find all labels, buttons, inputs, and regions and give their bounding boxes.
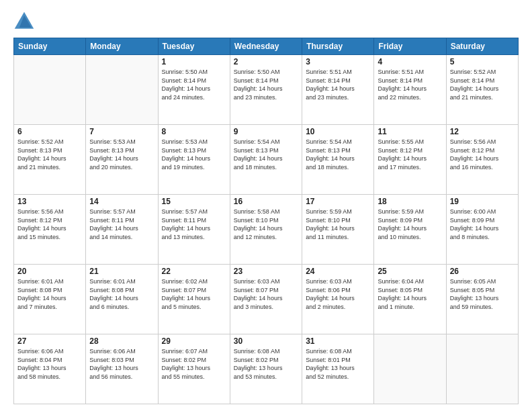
day-info: Sunrise: 6:07 AM Sunset: 8:02 PM Dayligh…	[162, 347, 226, 381]
day-number: 16	[234, 197, 298, 206]
day-info: Sunrise: 6:08 AM Sunset: 8:02 PM Dayligh…	[234, 347, 298, 381]
day-number: 19	[450, 197, 515, 206]
calendar-cell	[446, 334, 518, 404]
day-info: Sunrise: 5:52 AM Sunset: 8:13 PM Dayligh…	[17, 138, 82, 171]
calendar-cell: 28Sunrise: 6:06 AM Sunset: 8:03 PM Dayli…	[86, 334, 158, 404]
day-number: 31	[306, 336, 370, 346]
calendar-cell: 30Sunrise: 6:08 AM Sunset: 8:02 PM Dayli…	[230, 334, 302, 404]
day-number: 2	[234, 57, 298, 66]
calendar-cell: 25Sunrise: 6:04 AM Sunset: 8:05 PM Dayli…	[374, 265, 446, 334]
weekday-header-sunday: Sunday	[14, 38, 86, 55]
calendar-cell: 31Sunrise: 6:08 AM Sunset: 8:01 PM Dayli…	[302, 334, 374, 404]
weekday-header-wednesday: Wednesday	[230, 38, 302, 55]
calendar-cell: 2Sunrise: 5:50 AM Sunset: 8:14 PM Daylig…	[230, 55, 302, 125]
calendar-cell: 6Sunrise: 5:52 AM Sunset: 8:13 PM Daylig…	[14, 125, 86, 195]
day-info: Sunrise: 5:50 AM Sunset: 8:14 PM Dayligh…	[162, 68, 226, 101]
day-number: 27	[17, 336, 82, 346]
day-number: 17	[306, 197, 370, 206]
calendar-cell: 12Sunrise: 5:56 AM Sunset: 8:12 PM Dayli…	[446, 125, 518, 195]
calendar-cell	[374, 334, 446, 404]
day-info: Sunrise: 6:01 AM Sunset: 8:08 PM Dayligh…	[17, 277, 82, 311]
day-number: 30	[234, 336, 298, 346]
calendar-cell: 27Sunrise: 6:06 AM Sunset: 8:04 PM Dayli…	[14, 334, 86, 404]
day-info: Sunrise: 5:56 AM Sunset: 8:12 PM Dayligh…	[17, 208, 82, 241]
day-number: 29	[162, 336, 226, 346]
day-info: Sunrise: 5:59 AM Sunset: 8:10 PM Dayligh…	[306, 208, 370, 241]
day-number: 5	[450, 57, 515, 66]
calendar-cell: 22Sunrise: 6:02 AM Sunset: 8:07 PM Dayli…	[158, 265, 230, 334]
day-info: Sunrise: 5:52 AM Sunset: 8:14 PM Dayligh…	[450, 68, 515, 101]
day-info: Sunrise: 6:02 AM Sunset: 8:07 PM Dayligh…	[162, 277, 226, 311]
day-info: Sunrise: 6:03 AM Sunset: 8:07 PM Dayligh…	[234, 277, 298, 311]
day-info: Sunrise: 5:54 AM Sunset: 8:13 PM Dayligh…	[306, 138, 370, 171]
logo-icon	[13, 11, 35, 32]
calendar-cell: 5Sunrise: 5:52 AM Sunset: 8:14 PM Daylig…	[446, 55, 518, 125]
calendar-cell: 21Sunrise: 6:01 AM Sunset: 8:08 PM Dayli…	[86, 265, 158, 334]
day-info: Sunrise: 5:53 AM Sunset: 8:13 PM Dayligh…	[162, 138, 226, 171]
day-info: Sunrise: 5:50 AM Sunset: 8:14 PM Dayligh…	[234, 68, 298, 101]
weekday-header-saturday: Saturday	[446, 38, 518, 55]
day-number: 4	[378, 57, 442, 66]
week-row-2: 6Sunrise: 5:52 AM Sunset: 8:13 PM Daylig…	[14, 125, 519, 195]
day-number: 11	[378, 127, 442, 136]
calendar-cell: 11Sunrise: 5:55 AM Sunset: 8:12 PM Dayli…	[374, 125, 446, 195]
day-info: Sunrise: 5:51 AM Sunset: 8:14 PM Dayligh…	[378, 68, 442, 101]
calendar-cell: 7Sunrise: 5:53 AM Sunset: 8:13 PM Daylig…	[86, 125, 158, 195]
calendar-cell: 1Sunrise: 5:50 AM Sunset: 8:14 PM Daylig…	[158, 55, 230, 125]
page: SundayMondayTuesdayWednesdayThursdayFrid…	[0, 0, 532, 411]
day-number: 20	[17, 267, 82, 276]
weekday-header-friday: Friday	[374, 38, 446, 55]
calendar-cell: 9Sunrise: 5:54 AM Sunset: 8:13 PM Daylig…	[230, 125, 302, 195]
day-number: 10	[306, 127, 370, 136]
calendar-table: SundayMondayTuesdayWednesdayThursdayFrid…	[13, 38, 519, 404]
header	[13, 11, 519, 32]
day-info: Sunrise: 6:03 AM Sunset: 8:06 PM Dayligh…	[306, 277, 370, 311]
day-number: 13	[17, 197, 82, 206]
day-info: Sunrise: 5:53 AM Sunset: 8:13 PM Dayligh…	[89, 138, 154, 171]
calendar-cell: 18Sunrise: 5:59 AM Sunset: 8:09 PM Dayli…	[374, 195, 446, 265]
calendar-cell	[86, 55, 158, 125]
weekday-header-tuesday: Tuesday	[158, 38, 230, 55]
day-info: Sunrise: 5:57 AM Sunset: 8:11 PM Dayligh…	[162, 208, 226, 241]
calendar-cell	[14, 55, 86, 125]
day-number: 6	[17, 127, 82, 136]
week-row-4: 20Sunrise: 6:01 AM Sunset: 8:08 PM Dayli…	[14, 265, 519, 334]
day-number: 12	[450, 127, 515, 136]
calendar-cell: 19Sunrise: 6:00 AM Sunset: 8:09 PM Dayli…	[446, 195, 518, 265]
week-row-1: 1Sunrise: 5:50 AM Sunset: 8:14 PM Daylig…	[14, 55, 519, 125]
calendar-cell: 16Sunrise: 5:58 AM Sunset: 8:10 PM Dayli…	[230, 195, 302, 265]
day-number: 9	[234, 127, 298, 136]
calendar-cell: 29Sunrise: 6:07 AM Sunset: 8:02 PM Dayli…	[158, 334, 230, 404]
calendar-cell: 4Sunrise: 5:51 AM Sunset: 8:14 PM Daylig…	[374, 55, 446, 125]
weekday-header-thursday: Thursday	[302, 38, 374, 55]
day-number: 24	[306, 267, 370, 276]
day-number: 3	[306, 57, 370, 66]
day-number: 1	[162, 57, 226, 66]
day-info: Sunrise: 6:04 AM Sunset: 8:05 PM Dayligh…	[378, 277, 442, 311]
day-info: Sunrise: 5:56 AM Sunset: 8:12 PM Dayligh…	[450, 138, 515, 171]
day-info: Sunrise: 5:51 AM Sunset: 8:14 PM Dayligh…	[306, 68, 370, 101]
day-info: Sunrise: 6:00 AM Sunset: 8:09 PM Dayligh…	[450, 208, 515, 241]
weekday-header-row: SundayMondayTuesdayWednesdayThursdayFrid…	[14, 38, 519, 55]
calendar-cell: 10Sunrise: 5:54 AM Sunset: 8:13 PM Dayli…	[302, 125, 374, 195]
day-number: 22	[162, 267, 226, 276]
day-info: Sunrise: 6:06 AM Sunset: 8:04 PM Dayligh…	[17, 347, 82, 381]
day-info: Sunrise: 5:59 AM Sunset: 8:09 PM Dayligh…	[378, 208, 442, 241]
day-info: Sunrise: 5:58 AM Sunset: 8:10 PM Dayligh…	[234, 208, 298, 241]
calendar-cell: 26Sunrise: 6:05 AM Sunset: 8:05 PM Dayli…	[446, 265, 518, 334]
day-info: Sunrise: 5:54 AM Sunset: 8:13 PM Dayligh…	[234, 138, 298, 171]
day-info: Sunrise: 6:06 AM Sunset: 8:03 PM Dayligh…	[89, 347, 154, 381]
day-number: 25	[378, 267, 442, 276]
week-row-3: 13Sunrise: 5:56 AM Sunset: 8:12 PM Dayli…	[14, 195, 519, 265]
day-info: Sunrise: 5:57 AM Sunset: 8:11 PM Dayligh…	[89, 208, 154, 241]
day-number: 21	[89, 267, 154, 276]
day-number: 28	[89, 336, 154, 346]
calendar-cell: 14Sunrise: 5:57 AM Sunset: 8:11 PM Dayli…	[86, 195, 158, 265]
day-info: Sunrise: 6:01 AM Sunset: 8:08 PM Dayligh…	[89, 277, 154, 311]
day-number: 8	[162, 127, 226, 136]
calendar-cell: 15Sunrise: 5:57 AM Sunset: 8:11 PM Dayli…	[158, 195, 230, 265]
day-number: 15	[162, 197, 226, 206]
calendar-cell: 23Sunrise: 6:03 AM Sunset: 8:07 PM Dayli…	[230, 265, 302, 334]
logo	[13, 11, 38, 32]
day-number: 14	[89, 197, 154, 206]
